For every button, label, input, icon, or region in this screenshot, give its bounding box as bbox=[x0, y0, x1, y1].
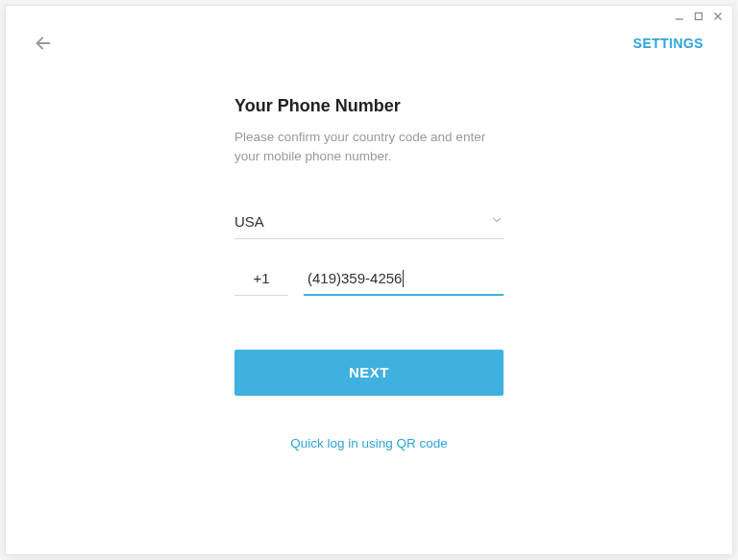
next-button[interactable]: NEXT bbox=[234, 350, 504, 396]
phone-number-input[interactable]: (419)359-4256 bbox=[304, 270, 504, 296]
minimize-icon[interactable] bbox=[675, 12, 684, 21]
topbar: SETTINGS bbox=[6, 6, 732, 54]
back-button[interactable] bbox=[33, 33, 54, 54]
close-icon[interactable] bbox=[713, 12, 723, 21]
app-window: SETTINGS Your Phone Number Please confir… bbox=[5, 5, 733, 555]
phone-row: +1 (419)359-4256 bbox=[234, 270, 504, 296]
page-subtitle: Please confirm your country code and ent… bbox=[234, 128, 504, 167]
chevron-down-icon bbox=[490, 213, 504, 231]
country-label: USA bbox=[234, 213, 264, 230]
maximize-icon[interactable] bbox=[694, 12, 703, 21]
country-select[interactable]: USA bbox=[234, 213, 504, 239]
qr-login-link[interactable]: Quick log in using QR code bbox=[234, 436, 504, 450]
settings-link[interactable]: SETTINGS bbox=[633, 36, 703, 51]
phone-number-value: (419)359-4256 bbox=[308, 270, 402, 286]
login-form: Your Phone Number Please confirm your co… bbox=[234, 96, 504, 450]
text-cursor bbox=[403, 270, 404, 287]
page-title: Your Phone Number bbox=[234, 96, 504, 116]
svg-rect-1 bbox=[696, 13, 702, 20]
dial-code-input[interactable]: +1 bbox=[234, 270, 288, 296]
window-controls bbox=[675, 12, 723, 21]
